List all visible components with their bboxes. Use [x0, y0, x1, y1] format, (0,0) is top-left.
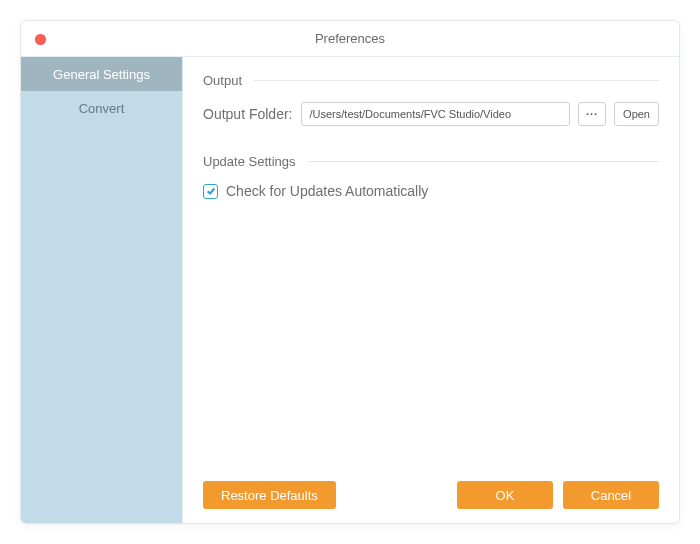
- section-header-update: Update Settings: [203, 154, 659, 169]
- output-folder-input[interactable]: /Users/test/Documents/FVC Studio/Video: [301, 102, 571, 126]
- cancel-button[interactable]: Cancel: [563, 481, 659, 509]
- button-label: Cancel: [591, 488, 631, 503]
- divider: [308, 161, 659, 162]
- ellipsis-icon: ···: [586, 108, 598, 120]
- restore-defaults-button[interactable]: Restore Defaults: [203, 481, 336, 509]
- auto-update-label: Check for Updates Automatically: [226, 183, 428, 199]
- output-folder-label: Output Folder:: [203, 106, 293, 122]
- button-label: OK: [496, 488, 515, 503]
- ok-button[interactable]: OK: [457, 481, 553, 509]
- auto-update-row: Check for Updates Automatically: [203, 183, 659, 199]
- auto-update-checkbox[interactable]: [203, 184, 218, 199]
- section-header-output: Output: [203, 73, 659, 88]
- sidebar-item-label: Convert: [79, 101, 125, 116]
- divider: [254, 80, 659, 81]
- section-title: Output: [203, 73, 242, 88]
- section-title: Update Settings: [203, 154, 296, 169]
- window-body: General Settings Convert Output Output F…: [21, 57, 679, 523]
- sidebar: General Settings Convert: [21, 57, 183, 523]
- sidebar-item-label: General Settings: [53, 67, 150, 82]
- open-folder-button[interactable]: Open: [614, 102, 659, 126]
- output-folder-row: Output Folder: /Users/test/Documents/FVC…: [203, 102, 659, 126]
- button-label: Restore Defaults: [221, 488, 318, 503]
- open-button-label: Open: [623, 108, 650, 120]
- close-icon[interactable]: [35, 34, 46, 45]
- footer: Restore Defaults OK Cancel: [203, 481, 659, 509]
- check-icon: [206, 186, 216, 196]
- preferences-window: Preferences General Settings Convert Out…: [20, 20, 680, 524]
- window-title: Preferences: [21, 31, 679, 46]
- sidebar-item-convert[interactable]: Convert: [21, 91, 182, 125]
- browse-button[interactable]: ···: [578, 102, 606, 126]
- sidebar-item-general-settings[interactable]: General Settings: [21, 57, 182, 91]
- output-folder-value: /Users/test/Documents/FVC Studio/Video: [310, 108, 512, 120]
- main-panel: Output Output Folder: /Users/test/Docume…: [183, 57, 679, 523]
- titlebar: Preferences: [21, 21, 679, 57]
